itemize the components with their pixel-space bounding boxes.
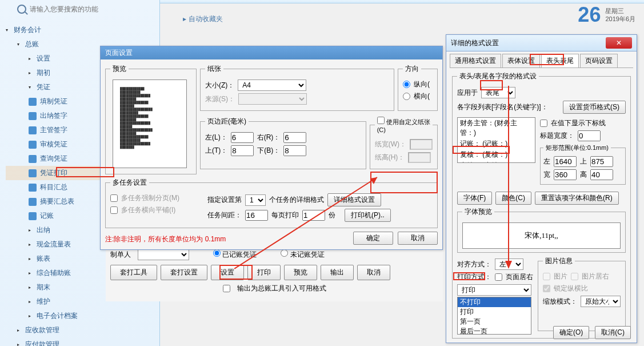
set-tool-button[interactable]: 套打工具 (110, 265, 157, 280)
htile-check[interactable] (110, 206, 118, 214)
rect-w-input[interactable] (554, 169, 577, 180)
unposted-radio[interactable] (281, 249, 288, 257)
portrait-radio[interactable] (403, 81, 410, 88)
search-icon (17, 5, 26, 14)
rect-top-input[interactable] (590, 156, 613, 167)
date-block: 26 星期三 2019年6月 (578, 3, 635, 27)
page-preview: ████████████████████████████████████████… (113, 79, 187, 168)
settings-button[interactable]: 设置 (211, 265, 244, 280)
underline-check[interactable] (540, 120, 547, 127)
tab-general[interactable]: 通用格式设置 (450, 54, 501, 67)
margin-right-input[interactable] (283, 132, 306, 143)
detail-title: 详细的格式设置 (451, 38, 499, 48)
detail-ok-button[interactable]: 确定(O) (553, 326, 589, 339)
page-setup-cancel-button[interactable]: 取消 (398, 232, 438, 245)
maker-select[interactable] (138, 249, 189, 260)
orient-legend: 方向 (403, 64, 421, 74)
title-width-input[interactable] (578, 130, 601, 141)
paper-height-input[interactable] (408, 152, 431, 163)
export-button[interactable]: 输出 (321, 265, 354, 280)
paper-legend: 纸张 (205, 64, 223, 74)
preview-button[interactable]: 预览 (284, 265, 317, 280)
page-setup-ok-button[interactable]: 确定 (353, 232, 393, 245)
tree-ap[interactable]: ▸应付款管理 (6, 337, 159, 346)
detail-cancel-button[interactable]: 取消(C) (595, 326, 631, 339)
cancel-button[interactable]: 取消 (357, 265, 390, 280)
printer-button[interactable]: 打印机(P).. (345, 209, 391, 222)
margin-top-input[interactable] (231, 145, 254, 156)
search-input[interactable] (30, 5, 133, 13)
tab-headfoot[interactable]: 表头表尾 (541, 54, 579, 67)
detail-format-button[interactable]: 详细格式设置 (327, 193, 381, 206)
tree-earchive[interactable]: ▸电子会计档案 (6, 309, 159, 323)
tree-root[interactable]: ▾财务会计 (6, 23, 159, 37)
close-icon[interactable]: ✕ (606, 37, 632, 49)
preview-legend: 预览 (110, 64, 129, 74)
field-list[interactable]: 财务主管：(财务主管：)记账： (记账：)复核： (复核：) 出纳： (出纳：)… (457, 117, 535, 163)
posted-radio[interactable] (213, 249, 221, 257)
date-day: 26 (578, 3, 601, 27)
page-setup-dialog: 页面设置 预览 ████████████████████████████████… (100, 46, 443, 250)
color-button[interactable]: 颜色(C) (495, 192, 531, 205)
printmode-list[interactable]: 不打印 打印 第一页 最后一页 除第一页 (457, 297, 531, 335)
task-gap-input[interactable] (245, 210, 268, 221)
pageright-check[interactable] (495, 273, 502, 281)
source-select[interactable] (238, 93, 307, 105)
margin-left-input[interactable] (231, 132, 254, 143)
perpage-input[interactable] (302, 210, 325, 221)
paper-width-input[interactable] (410, 139, 433, 150)
date-full: 2019年6月 (605, 15, 635, 23)
size-label: 大小(Z)： (205, 81, 234, 90)
set-setset-button[interactable]: 套打设置 (161, 265, 207, 280)
custom-paper-check[interactable] (377, 117, 385, 124)
multi-legend: 多任务设置 (110, 178, 149, 188)
source-label: 来源(S)： (205, 94, 235, 104)
lock-check (543, 285, 550, 292)
rect-left-input[interactable] (554, 156, 577, 167)
export-format-check[interactable] (223, 285, 230, 292)
imgright-check (571, 273, 578, 280)
image-check (543, 273, 550, 280)
tab-body[interactable]: 表体设置 (502, 54, 540, 67)
date-weekday: 星期三 (605, 7, 635, 15)
printmode-select[interactable]: 打印 (457, 284, 531, 296)
page-setup-title: 页面设置 (101, 46, 442, 59)
headfoot-legend: 表头/表尾各字段的格式设 (457, 71, 539, 81)
font-preview: 宋体,11pt,, (462, 222, 621, 249)
length-note: 注:除非注明，所有长度单位均为 0.1mm (105, 234, 226, 244)
margins-legend: 页边距(毫米) (205, 117, 249, 126)
maker-label: 制单人 (110, 250, 131, 260)
applyto-select[interactable]: 表尾 (481, 87, 515, 98)
font-button[interactable]: 字体(F) (457, 192, 492, 205)
margin-bottom-input[interactable] (283, 145, 306, 156)
task-num-select[interactable]: 1 (245, 194, 266, 206)
rect-h-input[interactable] (590, 169, 613, 180)
auto-fav[interactable]: 自动收藏夹 (183, 14, 223, 24)
detail-format-dialog: 详细的格式设置 ✕ 通用格式设置 表体设置 表头表尾 页码设置 表头/表尾各字段… (446, 34, 637, 343)
currency-format-button[interactable]: 设置货币格式(S) (563, 101, 626, 114)
landscape-radio[interactable] (403, 93, 410, 100)
forcepage-check[interactable] (110, 194, 118, 202)
align-select[interactable]: 左 (495, 258, 523, 270)
reset-font-button[interactable]: 重置该项字体和颜色(R) (535, 192, 619, 205)
zoom-select[interactable]: 原始大小 (581, 296, 621, 307)
tab-pagenum[interactable]: 页码设置 (580, 54, 618, 67)
tree-ar[interactable]: ▸应收款管理 (6, 323, 159, 337)
print-button[interactable]: 打印 (247, 265, 281, 280)
size-select[interactable]: A4 (238, 79, 306, 91)
